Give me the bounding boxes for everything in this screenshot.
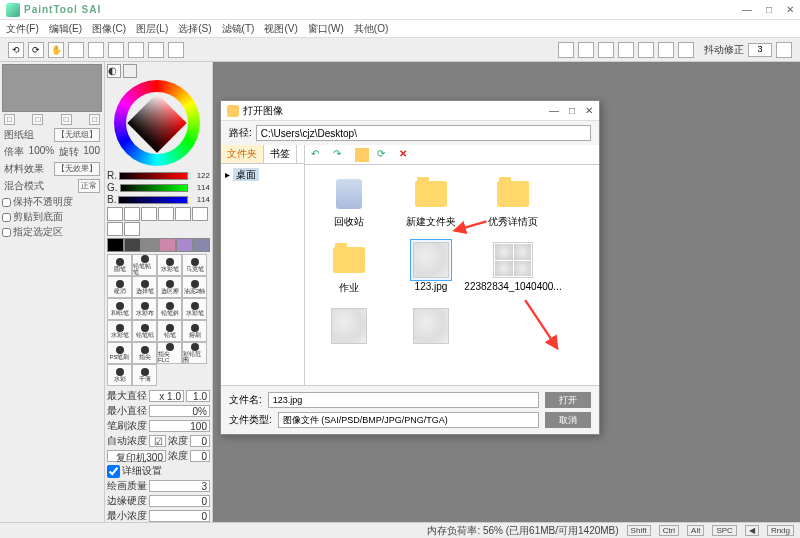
path-input[interactable]: [256, 125, 591, 141]
nav-btn-b[interactable]: □: [32, 114, 43, 125]
tree-desktop[interactable]: 桌面: [233, 168, 259, 181]
menu-select[interactable]: 选择(S): [178, 22, 211, 36]
rotate-tool-icon[interactable]: [192, 207, 208, 221]
menu-file[interactable]: 文件(F): [6, 22, 39, 36]
tool-redo-icon[interactable]: ⟳: [28, 42, 44, 58]
brush-8[interactable]: 和纸笔: [107, 298, 132, 320]
brush-9[interactable]: 水彩布: [132, 298, 157, 320]
tool-hand-icon[interactable]: ✋: [48, 42, 64, 58]
refresh-icon[interactable]: ⟳: [377, 148, 391, 162]
paper-density-value[interactable]: 0: [190, 450, 210, 462]
menu-other[interactable]: 其他(O): [354, 22, 388, 36]
menu-edit[interactable]: 编辑(E): [49, 22, 82, 36]
paper-label[interactable]: 复印机300: [107, 450, 166, 462]
tool-h-icon[interactable]: [578, 42, 594, 58]
menu-window[interactable]: 窗口(W): [308, 22, 344, 36]
tool-m-icon[interactable]: [678, 42, 694, 58]
brush-10[interactable]: 铅笔斜: [157, 298, 182, 320]
brush-14[interactable]: 铅笔: [157, 320, 182, 342]
brush-15[interactable]: 熔刷: [182, 320, 207, 342]
minimize-button[interactable]: —: [742, 4, 752, 15]
color-wheel[interactable]: [114, 80, 204, 166]
color-tab-icon[interactable]: ◐: [107, 64, 121, 78]
sel-area-check[interactable]: [2, 228, 11, 237]
brush-7[interactable]: 油泥2触: [182, 276, 207, 298]
menu-filter[interactable]: 滤镜(T): [222, 22, 255, 36]
tool-j-icon[interactable]: [618, 42, 634, 58]
color-swatches[interactable]: [107, 238, 210, 252]
brush-3[interactable]: 马克笔: [182, 254, 207, 276]
b-slider[interactable]: [118, 196, 188, 204]
tool-undo-icon[interactable]: ⟲: [8, 42, 24, 58]
nav-btn-d[interactable]: □: [89, 114, 100, 125]
tool-l-icon[interactable]: [658, 42, 674, 58]
color-tab2-icon[interactable]: [123, 64, 137, 78]
min-density-value[interactable]: 0: [149, 510, 210, 522]
up-icon[interactable]: [355, 148, 369, 162]
brush-12[interactable]: 水彩笔: [107, 320, 132, 342]
picker-tool-icon[interactable]: [124, 222, 140, 236]
file-item[interactable]: [395, 305, 467, 347]
tab-folders[interactable]: 文件夹: [221, 145, 264, 163]
tool-f-icon[interactable]: [168, 42, 184, 58]
menu-layer[interactable]: 图层(L): [136, 22, 168, 36]
detail-check[interactable]: [107, 465, 120, 478]
nav-btn-a[interactable]: □: [4, 114, 15, 125]
jitter-value[interactable]: 3: [748, 43, 772, 57]
zoom-tool-icon[interactable]: [175, 207, 191, 221]
tool-a-icon[interactable]: [68, 42, 84, 58]
auto-density-value[interactable]: 0: [190, 435, 210, 447]
maximize-button[interactable]: □: [766, 4, 772, 15]
tool-e-icon[interactable]: [148, 42, 164, 58]
min-size-value[interactable]: 0%: [149, 405, 210, 417]
dialog-maximize-button[interactable]: □: [569, 105, 575, 116]
blend-mode[interactable]: 正常: [78, 179, 100, 193]
dialog-close-button[interactable]: ✕: [585, 105, 593, 116]
open-button[interactable]: 打开: [545, 392, 591, 408]
tool-c-icon[interactable]: [108, 42, 124, 58]
tool-i-icon[interactable]: [598, 42, 614, 58]
max-size-value[interactable]: 1.0: [186, 390, 210, 402]
tool-d-icon[interactable]: [128, 42, 144, 58]
seltool-rect-icon[interactable]: [107, 207, 123, 221]
edge-value[interactable]: 0: [149, 495, 210, 507]
tool-n-icon[interactable]: [776, 42, 792, 58]
seltool-lasso-icon[interactable]: [124, 207, 140, 221]
brush-0[interactable]: 圆笔: [107, 254, 132, 276]
auto-check[interactable]: ☑: [149, 435, 166, 447]
brush-18[interactable]: 指尖FLC: [157, 342, 182, 364]
brush-16[interactable]: PS笔刷: [107, 342, 132, 364]
paperset-button[interactable]: 【无纸组】: [54, 128, 100, 142]
max-size-unit[interactable]: x 1.0: [149, 390, 184, 402]
seltool-wand-icon[interactable]: [141, 207, 157, 221]
tool-b-icon[interactable]: [88, 42, 104, 58]
material-button[interactable]: 【无效果】: [54, 162, 100, 176]
brush-13[interactable]: 铅笔纸: [132, 320, 157, 342]
dialog-minimize-button[interactable]: —: [549, 105, 559, 116]
brush-4[interactable]: 硬消: [107, 276, 132, 298]
tab-bookmarks[interactable]: 书签: [264, 145, 297, 163]
nav-btn-c[interactable]: □: [61, 114, 72, 125]
menu-image[interactable]: 图像(C): [92, 22, 126, 36]
g-slider[interactable]: [120, 184, 188, 192]
forward-icon[interactable]: ↷: [333, 148, 347, 162]
file-item[interactable]: 22382834_1040400...: [477, 239, 549, 295]
tool-k-icon[interactable]: [638, 42, 654, 58]
file-item[interactable]: [313, 305, 385, 347]
file-item[interactable]: 回收站: [313, 173, 385, 229]
tool-g-icon[interactable]: [558, 42, 574, 58]
close-button[interactable]: ✕: [786, 4, 794, 15]
move-tool-icon[interactable]: [158, 207, 174, 221]
hand-tool-icon[interactable]: [107, 222, 123, 236]
file-item[interactable]: 新建文件夹: [395, 173, 467, 229]
brush-6[interactable]: 选区擦: [157, 276, 182, 298]
brush-11[interactable]: 水彩笔: [182, 298, 207, 320]
file-item[interactable]: 作业: [313, 239, 385, 295]
filename-input[interactable]: [268, 392, 539, 408]
delete-icon[interactable]: ✕: [399, 148, 413, 162]
brush-1[interactable]: 铅笔帖笔: [132, 254, 157, 276]
file-item[interactable]: 123.jpg: [395, 239, 467, 295]
menu-view[interactable]: 视图(V): [264, 22, 297, 36]
brush-20[interactable]: 水彩: [107, 364, 132, 386]
r-slider[interactable]: [119, 172, 188, 180]
